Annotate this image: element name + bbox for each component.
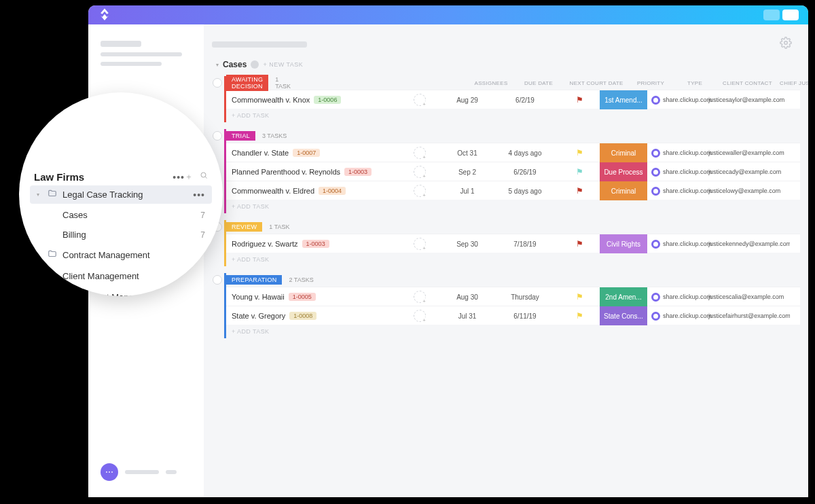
link-icon [651, 293, 660, 302]
client-contact[interactable]: share.clickup.com [647, 312, 708, 321]
assignee-add-icon[interactable] [414, 166, 426, 178]
next-court-date[interactable]: 5 days ago [491, 187, 559, 195]
sidebar-folder[interactable]: ▾ Legal Case Tracking ••• [30, 185, 212, 204]
due-date[interactable]: Aug 29 [443, 96, 491, 104]
add-icon[interactable]: ＋ [185, 171, 193, 183]
priority-flag-icon[interactable]: ⚑ [576, 186, 583, 196]
status-pill[interactable]: TRIAL [226, 131, 255, 141]
main-content: ▾ Cases + NEW TASK AWAITING DECISION 1 T… [204, 24, 808, 497]
next-court-date[interactable]: 4 days ago [491, 149, 559, 157]
client-contact[interactable]: share.clickup.com [647, 240, 708, 249]
due-date[interactable]: Sep 30 [443, 240, 491, 248]
workspace-title[interactable]: Law Firms [34, 171, 168, 183]
next-court-date[interactable]: 6/26/19 [491, 168, 559, 176]
task-name: State v. Gregory [232, 312, 285, 320]
priority-flag-icon[interactable]: ⚑ [576, 311, 583, 321]
folder-label: Legal Case Tracking [62, 190, 143, 200]
assignee-add-icon[interactable] [414, 238, 426, 250]
priority-flag-icon[interactable]: ⚑ [576, 95, 583, 105]
sidebar-list[interactable]: Cases7 [30, 206, 212, 223]
add-task-button[interactable]: + ADD TASK [226, 253, 800, 266]
svg-line-2 [206, 177, 207, 179]
priority-flag-icon[interactable]: ⚑ [576, 148, 583, 158]
sidebar-list[interactable]: Billing7 [30, 226, 212, 243]
group-toggle-icon[interactable] [213, 131, 222, 141]
status-pill[interactable]: REVIEW [226, 222, 262, 232]
client-contact[interactable]: share.clickup.com [647, 96, 708, 105]
chief-justice-contact[interactable]: justicecady@example.com [708, 168, 790, 175]
more-icon[interactable]: ••• [173, 172, 185, 183]
search-icon[interactable] [200, 171, 208, 183]
task-row[interactable]: Rodriguez v. Swartz 1-0003 Sep 30 7/18/1… [226, 234, 800, 253]
collapse-icon[interactable]: ▾ [216, 62, 219, 68]
status-pill[interactable]: PREPARATION [226, 275, 282, 285]
task-row[interactable]: State v. Gregory 1-0008 Jul 31 6/11/19 ⚑… [226, 306, 800, 325]
priority-flag-icon[interactable]: ⚑ [576, 239, 583, 249]
view-toggle[interactable] [763, 10, 799, 20]
chief-justice-contact[interactable]: justicefairhurst@example.com [708, 312, 790, 319]
col-client: CLIENT CONTACT [719, 80, 780, 86]
link-icon [651, 168, 660, 177]
group-toggle-icon[interactable] [213, 275, 222, 285]
case-id-tag: 1-0003 [344, 168, 372, 176]
client-contact[interactable]: share.clickup.com [647, 293, 708, 302]
next-court-date[interactable]: 6/2/19 [491, 96, 559, 104]
group-toggle-icon[interactable] [213, 78, 222, 88]
due-date[interactable]: Jul 1 [443, 187, 491, 195]
sidebar-folder[interactable]: ▸ Contract Management [30, 246, 212, 264]
client-contact[interactable]: share.clickup.com [647, 187, 708, 196]
type-tag[interactable]: Due Process [600, 162, 647, 181]
case-id-tag: 1-0006 [314, 96, 341, 104]
task-row[interactable]: Commonwealth v. Eldred 1-0004 Jul 1 5 da… [226, 181, 800, 200]
priority-flag-icon[interactable]: ⚑ [576, 292, 583, 302]
folder-icon [48, 189, 57, 200]
due-date[interactable]: Aug 30 [443, 293, 491, 301]
task-row[interactable]: Young v. Hawaii 1-0005 Aug 30 Thursday ⚑… [226, 287, 800, 306]
chief-justice-contact[interactable]: justicekennedy@example.com [708, 240, 790, 247]
assignee-add-icon[interactable] [414, 94, 426, 106]
add-task-button[interactable]: + ADD TASK [226, 200, 800, 213]
add-task-button[interactable]: + ADD TASK [226, 325, 800, 338]
info-icon[interactable] [251, 60, 259, 69]
next-court-date[interactable]: 6/11/19 [491, 312, 559, 320]
chief-justice-contact[interactable]: justicelowy@example.com [708, 187, 790, 194]
chief-justice-contact[interactable]: justicescalia@example.com [708, 293, 790, 300]
due-date[interactable]: Sep 2 [443, 168, 491, 176]
chevron-icon: ▾ [37, 192, 42, 198]
col-type: TYPE [671, 80, 719, 86]
list-label: Cases [62, 210, 88, 220]
priority-flag-icon[interactable]: ⚑ [576, 167, 583, 177]
task-row[interactable]: Chandler v. State 1-0007 Oct 31 4 days a… [226, 143, 800, 162]
type-tag[interactable]: State Cons... [600, 306, 647, 325]
client-contact[interactable]: share.clickup.com [647, 168, 708, 177]
assignee-add-icon[interactable] [414, 185, 426, 197]
chat-icon[interactable]: ⋯ [101, 463, 118, 481]
chief-justice-contact[interactable]: justicewaller@example.com [708, 149, 790, 156]
due-date[interactable]: Jul 31 [443, 312, 491, 320]
task-row[interactable]: Planned Parenthood v. Reynolds 1-0003 Se… [226, 162, 800, 181]
task-row[interactable]: Commonwealth v. Knox 1-0006 Aug 29 6/2/1… [226, 90, 800, 109]
type-tag[interactable]: 2nd Amen... [600, 287, 647, 306]
chief-justice-contact[interactable]: justicesaylor@example.com [708, 96, 790, 103]
status-group-prep: PREPARATION 2 TASKS Young v. Hawaii 1-00… [224, 273, 800, 338]
next-court-date[interactable]: Thursday [491, 293, 559, 301]
gear-icon[interactable] [780, 37, 792, 52]
link-icon [651, 240, 660, 249]
status-pill[interactable]: AWAITING DECISION [226, 75, 268, 91]
type-tag[interactable]: 1st Amend... [600, 90, 647, 109]
new-task-button[interactable]: + NEW TASK [263, 61, 303, 68]
client-contact[interactable]: share.clickup.com [647, 149, 708, 158]
list-title[interactable]: Cases [223, 60, 247, 69]
case-id-tag: 1-0005 [289, 293, 316, 301]
type-tag[interactable]: Criminal [600, 143, 647, 162]
assignee-add-icon[interactable] [414, 147, 426, 159]
type-tag[interactable]: Criminal [600, 181, 647, 200]
next-court-date[interactable]: 7/18/19 [491, 240, 559, 248]
folder-more-icon[interactable]: ••• [193, 190, 205, 200]
add-task-button[interactable]: + ADD TASK [226, 109, 800, 122]
svg-point-0 [784, 41, 788, 45]
due-date[interactable]: Oct 31 [443, 149, 491, 157]
assignee-add-icon[interactable] [414, 310, 426, 322]
type-tag[interactable]: Civil Rights [600, 234, 647, 253]
assignee-add-icon[interactable] [414, 291, 426, 303]
